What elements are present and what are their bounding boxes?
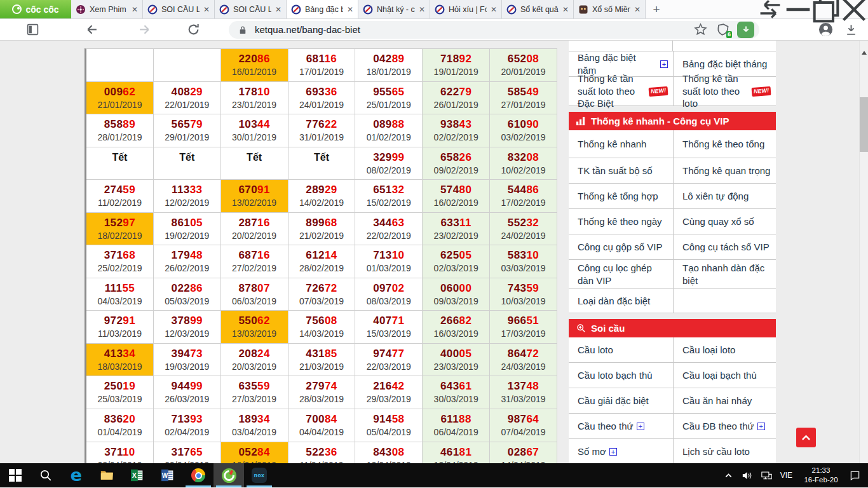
- tab-close-icon[interactable]: ✕: [562, 5, 569, 14]
- sidebar-link-th-ng-k-theo-t-ng[interactable]: Thống kê theo tổng: [673, 130, 776, 158]
- sidebar-link-c-u-theo-th-[interactable]: Cầu theo thứ+: [569, 414, 673, 438]
- sidebar-link-c-u-gi-i-c-bi-t[interactable]: Cầu giải đặc biệt: [569, 388, 673, 413]
- draw-date: 28/02/2019: [299, 263, 344, 273]
- prize-number-head: 700: [306, 413, 325, 425]
- scrollbar-up-arrow-icon[interactable]: [862, 51, 867, 55]
- draw-date: 11/02/2019: [98, 198, 142, 208]
- browser-tab-7[interactable]: Xổ số Miền✕: [574, 0, 646, 18]
- plus-box-icon[interactable]: +: [660, 60, 668, 68]
- tab-close-icon[interactable]: ✕: [132, 5, 138, 14]
- sidebar-link-empty: [673, 289, 776, 313]
- sidebar-link-th-ng-k-nhanh[interactable]: Thống kê nhanh: [569, 130, 673, 158]
- sidebar-row: Cầu loto bạch thủCầu loại bạch thủ: [569, 363, 776, 388]
- tab-close-icon[interactable]: ✕: [491, 5, 497, 14]
- result-cell: 7762231/01/2019: [288, 114, 356, 147]
- restore-button[interactable]: [812, 0, 840, 18]
- excel-taskbar-icon[interactable]: X: [122, 463, 153, 487]
- sidebar-row: Cầu theo thứ+Cầu ĐB theo thứ+: [569, 414, 776, 439]
- result-cell: 0096221/01/2019: [86, 82, 154, 115]
- sidebar-link-th-ng-k-t-n-su-t-loto-theo-c-bi-t[interactable]: Thống kê tần suất loto theo Đặc BiệtNEW!: [569, 77, 673, 105]
- download-manager-button[interactable]: [737, 22, 754, 38]
- tab-close-icon[interactable]: ✕: [634, 5, 641, 14]
- sidebar-link-c-u-lo-i-loto[interactable]: Cầu loại loto: [673, 337, 776, 362]
- tab-close-icon[interactable]: ✕: [203, 5, 210, 14]
- browser-tab-1[interactable]: SOI CẦU LO✕: [143, 0, 215, 18]
- prize-number: 65132: [373, 184, 404, 196]
- sidebar-link-th-ng-k-t-n-su-t-loto-theo-loto[interactable]: Thống kê tần suất loto theo lotoNEW!: [673, 77, 776, 105]
- nox-taskbar-icon[interactable]: nox: [244, 463, 275, 487]
- sidebar-link-l-xi-n-t-ng[interactable]: Lô xiên tự động: [673, 184, 776, 208]
- explorer-taskbar-icon[interactable]: [92, 463, 122, 487]
- sidebar-link-c-u-b-theo-th-[interactable]: Cầu ĐB theo thứ+: [673, 414, 776, 438]
- sidebar-link-c-u-loto[interactable]: Cầu loto: [569, 337, 673, 362]
- plus-box-icon[interactable]: +: [637, 423, 644, 430]
- sidebar-link-th-ng-k-t-ng-h-p[interactable]: Thống kê tổng hợp: [569, 184, 673, 208]
- sidebar-section-title: Soi cầu: [591, 323, 625, 334]
- sidebar-link-c-ng-c-t-ch-s-vip[interactable]: Công cụ tách số VIP: [673, 234, 776, 259]
- sidebar-link-c-u-loto-b-ch-th-[interactable]: Cầu loto bạch thủ: [569, 363, 673, 388]
- tab-close-icon[interactable]: ✕: [347, 5, 353, 14]
- split-screen-icon[interactable]: [756, 0, 784, 18]
- sidebar-link-c-ng-quay-x-s-[interactable]: Cùng quay xổ số: [673, 209, 776, 234]
- adblock-shield-icon[interactable]: 6: [716, 23, 729, 36]
- sidebar-link-tk-t-n-su-t-b-s-[interactable]: TK tần suất bộ số: [569, 158, 673, 183]
- result-cell: 6436130/03/2019: [423, 376, 490, 409]
- tab-close-icon[interactable]: ✕: [419, 5, 425, 14]
- minimize-button[interactable]: [784, 0, 812, 18]
- network-icon[interactable]: [761, 470, 772, 481]
- sidebar-link-lo-i-d-n-c-bi-t[interactable]: Loại dàn đặc biệt: [569, 289, 673, 313]
- browser-tab-2[interactable]: SOI CẦU LO✕: [215, 0, 287, 18]
- new-tab-button[interactable]: +: [646, 0, 667, 18]
- scrollbar-thumb[interactable]: [860, 97, 868, 152]
- prize-number-head: 378: [172, 315, 191, 327]
- sidebar-link-c-u-lo-i-b-ch-th-[interactable]: Cầu loại bạch thủ: [673, 363, 776, 388]
- browser-tab-6[interactable]: Sổ kết quả✕: [502, 0, 574, 18]
- start-taskbar-icon[interactable]: [0, 463, 31, 487]
- volume-icon[interactable]: [742, 470, 753, 481]
- running-indicator: [216, 485, 241, 487]
- reload-icon[interactable]: [187, 23, 200, 36]
- nox-icon: nox: [252, 468, 267, 483]
- bookmark-star-icon[interactable]: [694, 23, 707, 36]
- scroll-to-top-button[interactable]: [796, 428, 816, 447]
- sidebar-link-t-o-nhanh-d-n-c-bi-t[interactable]: Tạo nhanh dàn đặc biệt: [673, 260, 776, 288]
- sidebar-link-c-ng-c-g-p-s-vip[interactable]: Công cụ gộp số VIP: [569, 234, 673, 259]
- tab-close-icon[interactable]: ✕: [275, 5, 281, 14]
- sidebar-link-th-ng-k-theo-ng-y[interactable]: Thống kê theo ngày: [569, 209, 673, 234]
- coccoc-logo[interactable]: cốc cốc: [0, 0, 71, 18]
- browser-tab-0[interactable]: Xem Phim B✕: [71, 0, 143, 18]
- action-center-icon[interactable]: [850, 470, 860, 481]
- back-icon[interactable]: [85, 23, 98, 36]
- sidebar-link-l-ch-s-c-u-loto[interactable]: Lịch sử cầu loto: [673, 439, 776, 463]
- language-indicator[interactable]: VIE: [780, 471, 792, 480]
- side-panel-icon[interactable]: [26, 23, 39, 36]
- edge-taskbar-icon[interactable]: e: [61, 463, 92, 487]
- profile-avatar-icon[interactable]: [818, 22, 833, 37]
- coccoc-taskbar-icon[interactable]: [214, 463, 244, 487]
- sidebar-link-label: Thống kê tần suất loto theo Đặc Biệt: [578, 72, 647, 110]
- taskbar-clock[interactable]: 21:33 16-Feb-20: [801, 466, 841, 485]
- browser-tab-3[interactable]: Bảng đặc bi✕: [287, 0, 358, 18]
- chrome-taskbar-icon[interactable]: [183, 463, 214, 487]
- url-text[interactable]: ketqua.net/bang-dac-biet: [255, 24, 694, 35]
- tet-label: Tết: [179, 151, 194, 164]
- page-scrollbar[interactable]: [859, 41, 868, 463]
- search-taskbar-icon[interactable]: [31, 463, 61, 487]
- sidebar-link-s-m-[interactable]: Số mơ+: [569, 439, 673, 463]
- browser-tab-4[interactable]: Nhật ký - c✕: [358, 0, 430, 18]
- sidebar-link-label: Thống kê nhanh: [578, 138, 646, 151]
- close-window-button[interactable]: [840, 0, 868, 18]
- draw-date: 09/03/2019: [434, 296, 478, 306]
- sidebar-link-th-ng-k-quan-tr-ng[interactable]: Thống kê quan trọng: [673, 158, 776, 183]
- browser-tab-5[interactable]: Hỏi xíu | Fo✕: [430, 0, 502, 18]
- url-bar[interactable]: ketqua.net/bang-dac-biet 6: [229, 21, 759, 39]
- sidebar-link-c-ng-c-l-c-gh-p-d-n-vip[interactable]: Công cụ lọc ghép dàn VIP: [569, 260, 673, 288]
- sidebar-link-c-u-n-hai-nh-y[interactable]: Cầu ăn hai nháy: [673, 388, 776, 413]
- plus-box-icon[interactable]: +: [757, 423, 765, 430]
- plus-box-icon[interactable]: +: [609, 448, 617, 456]
- prize-number-head: 089: [373, 118, 392, 130]
- tray-chevron-up-icon[interactable]: [723, 470, 734, 481]
- forward-icon[interactable]: [138, 23, 151, 36]
- word-taskbar-icon[interactable]: W: [153, 463, 183, 487]
- downloads-icon[interactable]: [844, 23, 858, 36]
